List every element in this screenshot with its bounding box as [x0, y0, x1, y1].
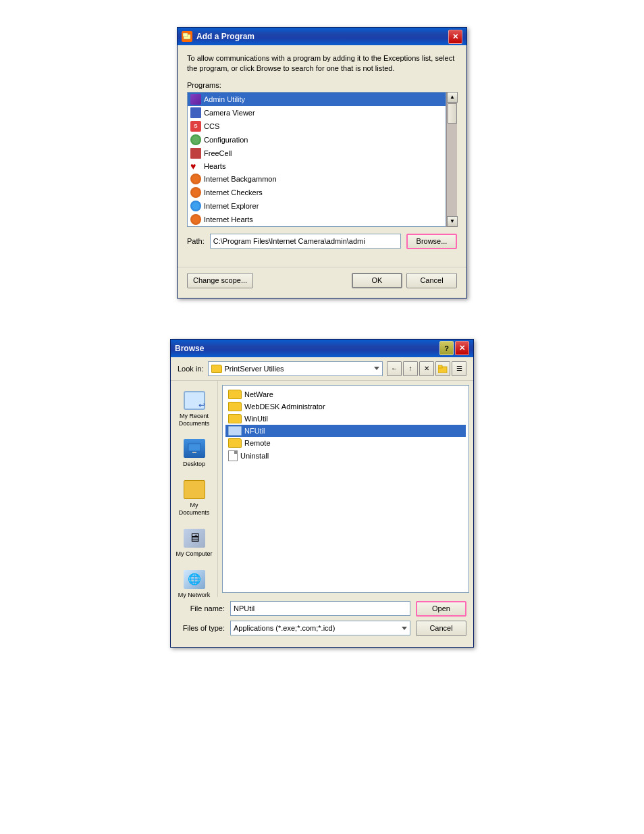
my-computer-icon: 🖥 [184, 527, 205, 549]
programs-label: Programs: [187, 81, 457, 89]
dialog2-title-text: Browse [175, 344, 204, 353]
scroll-thumb [448, 103, 457, 124]
add-program-dialog: Add a Program ✕ To allow communications … [177, 27, 467, 298]
filetype-combo[interactable]: Applications (*.exe;*.com;*.icd) [230, 621, 410, 635]
file-item[interactable]: WebDESK Administrator [225, 400, 466, 413]
dialog1-description: To allow communications with a program b… [187, 53, 457, 74]
ccs-icon: S [190, 121, 201, 132]
lookin-label: Look in: [178, 365, 204, 373]
browse-toolbar: Look in: PrintServer Utilies ← ↑ ✕ ☰ [171, 357, 473, 381]
file-name: WebDESK Administrator [244, 402, 325, 411]
freecell-icon [190, 148, 201, 159]
svg-rect-4 [188, 444, 200, 451]
svg-rect-1 [183, 33, 188, 36]
recent-docs-label: My Recent Documents [176, 413, 213, 427]
list-item[interactable]: Camera Viewer [188, 106, 446, 120]
list-item[interactable]: Internet Explorer [188, 199, 446, 213]
browse-toolbar-icons: ← ↑ ✕ ☰ [387, 361, 466, 376]
delete-button[interactable]: ✕ [419, 361, 434, 376]
lookin-value: PrintServer Utilies [225, 365, 284, 373]
list-item[interactable]: Internet Hearts [188, 213, 446, 226]
path-label: Path: [187, 237, 205, 245]
list-item-label: Admin Utility [204, 95, 245, 103]
list-item[interactable]: Internet Backgammon [188, 172, 446, 186]
browse-cancel-button[interactable]: Cancel [416, 621, 466, 636]
list-item-label: CCS [204, 122, 219, 130]
lookin-combo[interactable]: PrintServer Utilies [208, 361, 383, 376]
open-button[interactable]: Open [416, 601, 466, 617]
list-item-label: Hearts [204, 162, 225, 170]
list-item-label: FreeCell [204, 149, 232, 157]
list-item[interactable]: FreeCell [188, 147, 446, 160]
my-documents-icon [184, 479, 205, 500]
sidebar-item-desktop[interactable]: Desktop [174, 436, 215, 470]
my-network-label: My Network [178, 592, 211, 599]
sidebar-item-mydocs[interactable]: My Documents [174, 477, 215, 519]
browse-button[interactable]: Browse... [406, 234, 457, 249]
list-item[interactable]: Internet Reversi [188, 226, 446, 227]
list-item[interactable]: Admin Utility [188, 93, 446, 106]
path-input[interactable] [210, 234, 401, 249]
my-computer-label: My Computer [176, 550, 213, 558]
up-button[interactable]: ↑ [403, 361, 418, 376]
file-item[interactable]: NetWare [225, 388, 466, 400]
list-item-label: Internet Checkers [204, 188, 263, 197]
view-button[interactable]: ☰ [452, 361, 466, 376]
dialog2-help-button[interactable]: ? [439, 341, 454, 355]
file-icon [228, 450, 238, 461]
list-item[interactable]: Internet Checkers [188, 186, 446, 199]
filename-label: File name: [178, 604, 225, 613]
dialog1-footer: Change scope... OK Cancel [178, 267, 466, 298]
dialog2-titlebar: Browse ? ✕ [171, 340, 473, 357]
scroll-down-btn[interactable]: ▼ [447, 216, 458, 227]
camera-viewer-icon [190, 107, 201, 118]
folder-icon [228, 390, 242, 399]
dialog1-content: To allow communications with a program b… [178, 45, 466, 264]
list-item[interactable]: Configuration [188, 133, 446, 147]
sidebar-item-mycomputer[interactable]: 🖥 My Computer [174, 525, 215, 560]
file-item[interactable]: Remote [225, 437, 466, 449]
folder-icon [228, 438, 242, 448]
desktop-icon [184, 438, 205, 459]
dialog2-title-area: Browse [175, 344, 204, 353]
browse-main: My Recent Documents Desktop My [171, 381, 473, 597]
list-item-label: Internet Explorer [204, 202, 259, 210]
list-item[interactable]: ♥ Hearts [188, 160, 446, 172]
scroll-track [447, 103, 457, 216]
filename-input[interactable] [230, 601, 410, 616]
my-network-icon: 🌐 [184, 569, 205, 590]
programs-scrollbar[interactable]: ▲ ▼ [446, 92, 457, 227]
browse-dialog: Browse ? ✕ Look in: PrintServer Utilies … [170, 339, 474, 648]
cancel-button[interactable]: Cancel [406, 273, 457, 288]
list-item[interactable]: S CCS [188, 120, 446, 133]
new-folder-button[interactable] [435, 361, 450, 376]
list-item-label: Configuration [204, 136, 248, 144]
filetype-label: Files of type: [178, 624, 225, 632]
lookin-folder-icon [211, 365, 222, 373]
scroll-up-btn[interactable]: ▲ [447, 92, 458, 103]
internet-explorer-icon [190, 201, 201, 211]
change-scope-button[interactable]: Change scope... [187, 273, 253, 288]
sidebar-item-mynetwork[interactable]: 🌐 My Network [174, 567, 215, 601]
filetype-value: Applications (*.exe;*.com;*.icd) [234, 624, 335, 632]
ok-button[interactable]: OK [352, 273, 402, 288]
browse-file-area[interactable]: NetWare WebDESK Administrator WinUtil NF… [222, 385, 469, 593]
dialog1-titlebar: Add a Program ✕ [178, 28, 466, 45]
sidebar-item-recent[interactable]: My Recent Documents [174, 388, 215, 429]
dialog2-close-button[interactable]: ✕ [455, 341, 469, 355]
file-item-nfutil[interactable]: NFUtil [225, 425, 466, 437]
lookin-combo-inner: PrintServer Utilies [211, 365, 371, 373]
file-item[interactable]: WinUtil [225, 413, 466, 425]
filename-row: File name: Open [178, 601, 466, 617]
configuration-icon [190, 134, 201, 145]
programs-listbox[interactable]: Admin Utility Camera Viewer S CCS Config… [187, 92, 446, 227]
file-name: Uninstall [240, 452, 269, 460]
lookin-dropdown-arrow [374, 367, 379, 370]
back-button[interactable]: ← [387, 361, 402, 376]
file-item-uninstall[interactable]: Uninstall [225, 449, 466, 463]
internet-checkers-icon [190, 187, 201, 198]
recent-documents-icon [184, 390, 205, 411]
dialog1-close-button[interactable]: ✕ [448, 30, 462, 44]
filetype-row: Files of type: Applications (*.exe;*.com… [178, 621, 466, 636]
filetype-dropdown-arrow [402, 627, 407, 630]
